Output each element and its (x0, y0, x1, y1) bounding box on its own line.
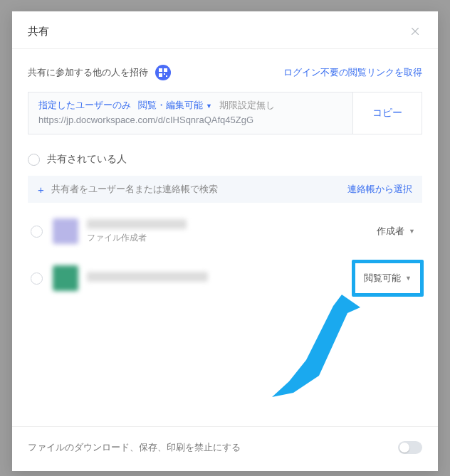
share-url[interactable]: https://jp.docworkspace.com/d/cIHSqnraQA… (38, 115, 342, 125)
svg-rect-2 (159, 73, 162, 77)
permission-expiry: 期限設定無し (219, 100, 275, 112)
modal-header: 共有 (12, 11, 438, 49)
close-icon (410, 26, 420, 36)
role-dropdown-viewer[interactable]: 閲覧可能 ▼ (352, 260, 424, 297)
person-info (87, 272, 352, 285)
avatar (53, 218, 78, 244)
person-info: ファイル作成者 (87, 219, 372, 244)
modal-footer: ファイルのダウンロード、保存、印刷を禁止にする (12, 426, 438, 471)
add-people-input[interactable]: + 共有者をユーザー名または連絡帳で検索 (38, 183, 218, 196)
svg-rect-1 (164, 68, 167, 72)
toggle-knob (399, 443, 409, 453)
radio-icon[interactable] (28, 154, 40, 166)
close-button[interactable] (408, 24, 422, 38)
svg-rect-0 (159, 68, 162, 72)
avatar (53, 265, 78, 291)
svg-rect-3 (164, 73, 165, 75)
permission-scope[interactable]: 指定したユーザーのみ (38, 100, 131, 112)
people-list: ファイル作成者 作成者 ▼ 閲覧可能 ▼ (28, 214, 422, 308)
share-link-box: 指定したユーザーのみ 閲覧・編集可能 ▼ 期限設定無し https://jp.d… (28, 92, 422, 134)
qr-icon (159, 68, 167, 77)
plus-icon: + (38, 184, 44, 196)
caret-down-icon: ▼ (409, 228, 415, 235)
shared-people-header: 共有されている人 (28, 153, 422, 166)
svg-rect-4 (166, 75, 167, 77)
invite-label: 共有に参加する他の人を招待 (28, 66, 148, 79)
person-name (87, 219, 187, 229)
add-people-placeholder: 共有者をユーザー名または連絡帳で検索 (51, 183, 218, 196)
permission-line: 指定したユーザーのみ 閲覧・編集可能 ▼ 期限設定無し (38, 100, 342, 112)
radio-icon[interactable] (31, 226, 43, 238)
permission-mode-label: 閲覧・編集可能 (138, 100, 203, 112)
person-name (87, 272, 208, 282)
caret-down-icon: ▼ (405, 275, 412, 282)
role-dropdown-owner[interactable]: 作成者 ▼ (372, 222, 419, 240)
permission-mode-dropdown[interactable]: 閲覧・編集可能 ▼ (138, 100, 212, 112)
radio-icon[interactable] (31, 273, 43, 285)
person-row: 閲覧可能 ▼ (31, 255, 419, 308)
qr-button[interactable] (155, 65, 171, 80)
copy-button[interactable]: コピー (352, 92, 422, 134)
modal-body: 共有に参加する他の人を招待 ログイン不要の閲覧リンクを取得 指定したユーザーのみ (12, 49, 438, 426)
invite-row: 共有に参加する他の人を招待 ログイン不要の閲覧リンクを取得 (28, 65, 422, 80)
modal-title: 共有 (28, 25, 49, 38)
public-link-button[interactable]: ログイン不要の閲覧リンクを取得 (283, 66, 422, 79)
share-modal: 共有 共有に参加する他の人を招待 ログイン (12, 11, 438, 471)
select-from-contacts[interactable]: 連絡帳から選択 (347, 183, 412, 196)
role-label: 作成者 (377, 225, 404, 238)
person-row: ファイル作成者 作成者 ▼ (31, 214, 419, 255)
footer-label: ファイルのダウンロード、保存、印刷を禁止にする (28, 441, 241, 454)
add-people-bar: + 共有者をユーザー名または連絡帳で検索 連絡帳から選択 (28, 176, 422, 203)
shared-people-label: 共有されている人 (47, 153, 127, 166)
role-label: 閲覧可能 (364, 272, 401, 285)
share-link-left: 指定したユーザーのみ 閲覧・編集可能 ▼ 期限設定無し https://jp.d… (28, 92, 352, 134)
restrict-download-toggle[interactable] (398, 441, 422, 454)
caret-down-icon: ▼ (206, 102, 212, 110)
invite-left: 共有に参加する他の人を招待 (28, 65, 171, 80)
person-subtitle: ファイル作成者 (87, 232, 372, 244)
